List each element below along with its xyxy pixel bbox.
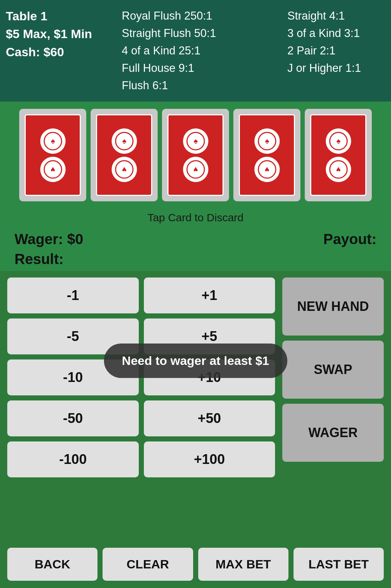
payout-row-3: 4 of a Kind 25:1: [122, 42, 287, 59]
minus1-button[interactable]: -1: [7, 277, 139, 313]
payout-row-2: Straight Flush 50:1: [122, 25, 287, 42]
result-display: Result:: [14, 251, 377, 267]
wager-button[interactable]: WAGER: [282, 404, 384, 462]
table-name: Table 1: [6, 7, 122, 25]
bet-row-1: -1 +1: [7, 277, 275, 313]
bet-buttons-area: -1 +1 -5 +5 -10 +10 -50 +50 -100 +100: [7, 277, 275, 477]
last-bet-button[interactable]: LAST BET: [294, 548, 384, 581]
minus5-button[interactable]: -5: [7, 318, 139, 354]
wager-payout-row: Wager: $0 Payout:: [0, 227, 391, 251]
svg-text:♠: ♠: [336, 136, 341, 145]
bottom-buttons: BACK CLEAR MAX BET LAST BET: [0, 544, 391, 588]
plus1-button[interactable]: +1: [144, 277, 275, 313]
svg-text:♠: ♠: [51, 136, 55, 145]
svg-text:♥: ♥: [50, 165, 55, 174]
payout-row-4: Full House 9:1: [122, 59, 287, 77]
wager-display: Wager: $0: [14, 231, 196, 247]
minus100-button[interactable]: -100: [7, 441, 139, 477]
plus10-button[interactable]: +10: [144, 359, 275, 395]
plus5-button[interactable]: +5: [144, 318, 275, 354]
svg-text:♥: ♥: [122, 165, 126, 174]
bet-row-2: -5 +5: [7, 318, 275, 354]
payout-col1: Royal Flush 250:1 Straight Flush 50:1 4 …: [122, 7, 287, 94]
swap-button[interactable]: SWAP: [282, 341, 384, 399]
tap-instruction: Tap Card to Discard: [0, 205, 391, 227]
payout-row-5: Flush 6:1: [122, 77, 287, 94]
result-row: Result:: [0, 251, 391, 271]
minus50-button[interactable]: -50: [7, 400, 139, 436]
cash-display: Cash: $60: [6, 43, 122, 61]
svg-text:♥: ♥: [265, 165, 269, 174]
card-3[interactable]: ♠ ♥: [162, 109, 229, 201]
card-2[interactable]: ♠ ♥: [91, 109, 158, 201]
minus10-button[interactable]: -10: [7, 359, 139, 395]
plus100-button[interactable]: +100: [144, 441, 275, 477]
header: Table 1 $5 Max, $1 Min Cash: $60 Royal F…: [0, 0, 391, 102]
action-buttons-area: NEW HAND SWAP WAGER: [282, 277, 384, 462]
svg-text:♠: ♠: [194, 136, 198, 145]
svg-text:♥: ♥: [336, 165, 341, 174]
new-hand-button[interactable]: NEW HAND: [282, 277, 384, 336]
payout-row-7: 3 of a Kind 3:1: [287, 25, 385, 42]
payout-row-9: J or Higher 1:1: [287, 59, 385, 77]
bet-row-4: -50 +50: [7, 400, 275, 436]
payout-row-1: Royal Flush 250:1: [122, 7, 287, 25]
plus50-button[interactable]: +50: [144, 400, 275, 436]
svg-text:♠: ♠: [265, 136, 269, 145]
max-bet-button[interactable]: MAX BET: [198, 548, 288, 581]
card-area: ♠ ♥ ♠ ♥: [0, 102, 391, 205]
back-button[interactable]: BACK: [7, 548, 97, 581]
svg-text:♥: ♥: [193, 165, 198, 174]
card-1[interactable]: ♠ ♥: [19, 109, 86, 201]
card-5[interactable]: ♠ ♥: [305, 109, 372, 201]
bet-row-5: -100 +100: [7, 441, 275, 477]
bet-limits: $5 Max, $1 Min: [6, 25, 122, 43]
header-left: Table 1 $5 Max, $1 Min Cash: $60: [6, 7, 122, 61]
payout-row-6: Straight 4:1: [287, 7, 385, 25]
svg-text:♠: ♠: [122, 136, 126, 145]
payout-col2: Straight 4:1 3 of a Kind 3:1 2 Pair 2:1 …: [287, 7, 385, 77]
payout-display: Payout:: [196, 231, 377, 247]
payout-row-8: 2 Pair 2:1: [287, 42, 385, 59]
clear-button[interactable]: CLEAR: [103, 548, 193, 581]
bet-row-3: -10 +10: [7, 359, 275, 395]
buttons-area: -1 +1 -5 +5 -10 +10 -50 +50 -100 +100 NE…: [0, 271, 391, 544]
card-4[interactable]: ♠ ♥: [233, 109, 300, 201]
